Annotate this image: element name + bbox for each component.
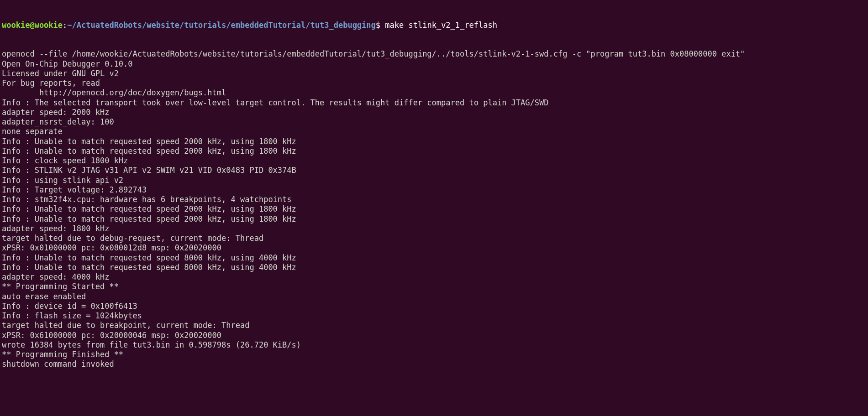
output-line: target halted due to debug-request, curr… [2, 234, 866, 243]
output-line: Info : The selected transport took over … [2, 98, 866, 108]
output-line: Licensed under GNU GPL v2 [2, 69, 866, 78]
output-line: ** Programming Finished ** [2, 350, 866, 359]
output-line: Info : Target voltage: 2.892743 [2, 185, 866, 195]
output-line: Info : Unable to match requested speed 2… [2, 146, 866, 156]
prompt-colon: : [63, 21, 67, 30]
output-line: openocd --file /home/wookie/ActuatedRobo… [2, 49, 866, 59]
output-line: Info : device id = 0x100f6413 [2, 302, 866, 311]
output-line: xPSR: 0x01000000 pc: 0x080012d8 msp: 0x2… [2, 243, 866, 253]
output-line: Info : Unable to match requested speed 2… [2, 214, 866, 224]
output-line: Info : flash size = 1024kbytes [2, 311, 866, 321]
output-line: xPSR: 0x61000000 pc: 0x20000046 msp: 0x2… [2, 331, 866, 340]
output-line: shutdown command invoked [2, 359, 866, 369]
output-line: wrote 16384 bytes from file tut3.bin in … [2, 340, 866, 350]
output-line: Open On-Chip Debugger 0.10.0 [2, 59, 866, 69]
output-line: For bug reports, read [2, 78, 866, 88]
output-line: Info : Unable to match requested speed 8… [2, 263, 866, 272]
output-line: none separate [2, 127, 866, 136]
terminal-output: openocd --file /home/wookie/ActuatedRobo… [2, 49, 866, 369]
command-text: make stlink_v2_1_reflash [380, 21, 497, 30]
output-line: Info : STLINK v2 JTAG v31 API v2 SWIM v2… [2, 166, 866, 175]
prompt-cwd: ~/ActuatedRobots/website/tutorials/embed… [67, 21, 376, 30]
output-line: Info : stm32f4x.cpu: hardware has 6 brea… [2, 195, 866, 204]
output-line: Info : Unable to match requested speed 8… [2, 253, 866, 263]
output-line: adapter speed: 1800 kHz [2, 224, 866, 234]
prompt-user-host: wookie@wookie [2, 21, 63, 30]
output-line: adapter speed: 4000 kHz [2, 272, 866, 282]
output-line: target halted due to breakpoint, current… [2, 321, 866, 330]
prompt-line: wookie@wookie:~/ActuatedRobots/website/t… [2, 21, 866, 30]
terminal-window[interactable]: wookie@wookie:~/ActuatedRobots/website/t… [2, 1, 866, 379]
output-line: Info : Unable to match requested speed 2… [2, 204, 866, 214]
output-line: http://openocd.org/doc/doxygen/bugs.html [2, 88, 866, 98]
output-line: Info : using stlink api v2 [2, 176, 866, 185]
output-line: adapter_nsrst_delay: 100 [2, 117, 866, 127]
output-line: ** Programming Started ** [2, 282, 866, 291]
prompt-dollar: $ [376, 21, 380, 30]
output-line: adapter speed: 2000 kHz [2, 108, 866, 117]
output-line: Info : clock speed 1800 kHz [2, 156, 866, 166]
output-line: Info : Unable to match requested speed 2… [2, 137, 866, 146]
output-line: auto erase enabled [2, 292, 866, 302]
